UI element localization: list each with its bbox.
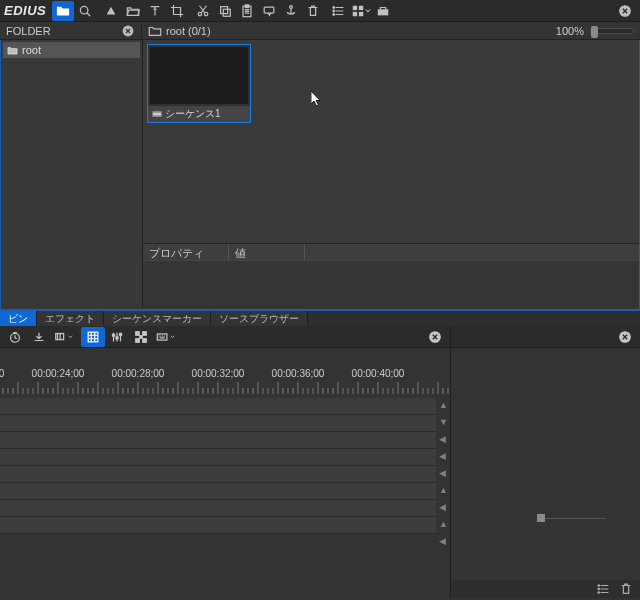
track-marker[interactable]: ▲ xyxy=(439,400,448,410)
side-slider-track[interactable] xyxy=(541,518,606,519)
svg-point-10 xyxy=(333,6,335,8)
cut-icon[interactable] xyxy=(192,1,214,21)
prop-col-rest xyxy=(305,244,639,260)
side-panel-body[interactable] xyxy=(451,348,640,578)
panel-close-icon[interactable] xyxy=(614,1,636,21)
tool-pointer-icon[interactable] xyxy=(100,1,122,21)
timeline-track[interactable] xyxy=(0,432,450,449)
footer-trash-icon[interactable] xyxy=(618,582,634,596)
pane-tab[interactable]: シーケンスマーカー xyxy=(104,311,211,326)
bin-path-bar[interactable]: root (0/1) xyxy=(142,24,550,38)
pane-tab[interactable]: エフェクト xyxy=(37,311,104,326)
search-icon[interactable] xyxy=(74,1,96,21)
timeline-track[interactable] xyxy=(0,466,450,483)
text-tool-icon[interactable] xyxy=(144,1,166,21)
paste-icon[interactable] xyxy=(236,1,258,21)
side-slider-knob[interactable] xyxy=(537,514,545,522)
properties-body[interactable] xyxy=(143,261,639,309)
timeline-track[interactable] xyxy=(0,449,450,466)
bin-path-label: root (0/1) xyxy=(166,25,211,37)
svg-rect-34 xyxy=(157,333,167,339)
svg-rect-31 xyxy=(136,338,140,342)
anchor-down-icon[interactable] xyxy=(280,1,302,21)
zoom-slider[interactable] xyxy=(590,28,634,34)
folder-header-cell: FOLDER xyxy=(0,24,142,38)
svg-rect-26 xyxy=(112,334,114,336)
svg-point-12 xyxy=(333,13,335,15)
timeline-track[interactable] xyxy=(0,398,450,415)
side-panel xyxy=(450,326,640,598)
svg-rect-29 xyxy=(136,331,140,335)
track-marker[interactable]: ▼ xyxy=(439,417,448,427)
timeline-panel: 00:00:20;0000:00:24;0000:00:28;0000:00:3… xyxy=(0,326,450,598)
list-icon[interactable] xyxy=(328,1,350,21)
folder-close-icon[interactable] xyxy=(121,24,135,38)
fx-grid-icon[interactable] xyxy=(129,327,153,347)
track-marker[interactable]: ▲ xyxy=(439,485,448,495)
svg-point-11 xyxy=(333,10,335,12)
crop-icon[interactable] xyxy=(166,1,188,21)
svg-point-3 xyxy=(205,12,209,16)
svg-point-2 xyxy=(198,12,202,16)
copy-icon[interactable] xyxy=(214,1,236,21)
download-icon[interactable] xyxy=(27,327,51,347)
svg-rect-17 xyxy=(378,9,389,15)
top-toolbar: EDIUS xyxy=(0,0,640,22)
tooltip-icon[interactable] xyxy=(258,1,280,21)
svg-point-38 xyxy=(598,588,599,589)
clip-mode-icon[interactable] xyxy=(51,327,75,347)
prop-col-name[interactable]: プロパティ xyxy=(143,244,229,260)
side-panel-toolbar xyxy=(451,326,640,348)
timeline-track[interactable] xyxy=(0,517,450,534)
svg-point-39 xyxy=(598,592,599,593)
folder-small-icon xyxy=(148,24,162,38)
timeline-track[interactable] xyxy=(0,500,450,517)
pane-tab[interactable]: ソースブラウザー xyxy=(211,311,308,326)
timeline-ruler[interactable]: 00:00:20;0000:00:24;0000:00:28;0000:00:3… xyxy=(0,368,450,398)
ruler-ticks xyxy=(0,382,450,398)
svg-rect-15 xyxy=(353,11,357,15)
pane-tab[interactable]: ビン xyxy=(0,311,37,326)
tree-root-item[interactable]: root xyxy=(3,42,140,58)
clip-grid[interactable]: シーケンス1 xyxy=(143,40,639,243)
toolbox-icon[interactable] xyxy=(372,1,394,21)
svg-rect-25 xyxy=(88,332,98,342)
svg-rect-8 xyxy=(264,7,274,13)
track-expand-markers[interactable]: ▲▼◀◀◀▲◀▲◀ xyxy=(436,398,450,598)
track-marker[interactable]: ◀ xyxy=(439,451,446,461)
side-panel-close-icon[interactable] xyxy=(613,327,637,347)
svg-point-33 xyxy=(140,335,143,338)
lower-panes: 00:00:20;0000:00:24;0000:00:28;0000:00:3… xyxy=(0,326,640,598)
timeline-tracks[interactable]: ▲▼◀◀◀▲◀▲◀ xyxy=(0,398,450,598)
svg-rect-4 xyxy=(221,6,228,13)
timeline-track[interactable] xyxy=(0,415,450,432)
folder-tree[interactable]: root xyxy=(1,40,143,309)
bin-right-pane: シーケンス1 プロパティ 値 xyxy=(143,40,639,309)
track-marker[interactable]: ◀ xyxy=(439,434,446,444)
track-marker[interactable]: ◀ xyxy=(439,468,446,478)
keyboard-icon[interactable] xyxy=(153,327,177,347)
timeline-panel-close-icon[interactable] xyxy=(423,327,447,347)
svg-point-0 xyxy=(81,6,89,14)
svg-rect-32 xyxy=(143,338,147,342)
timeline-track[interactable] xyxy=(0,483,450,500)
folder-icon[interactable] xyxy=(52,1,74,21)
prop-col-value[interactable]: 値 xyxy=(229,244,305,260)
grid-view-icon[interactable] xyxy=(350,1,372,21)
track-marker[interactable]: ◀ xyxy=(439,536,446,546)
footer-list-icon[interactable] xyxy=(596,582,612,596)
mouse-cursor xyxy=(311,91,323,109)
svg-rect-16 xyxy=(359,11,363,15)
mixer-icon[interactable] xyxy=(105,327,129,347)
clip-label-row: シーケンス1 xyxy=(148,106,250,122)
track-marker[interactable]: ◀ xyxy=(439,502,446,512)
properties-header: プロパティ 値 xyxy=(143,243,639,261)
open-folder-icon[interactable] xyxy=(122,1,144,21)
trash-icon[interactable] xyxy=(302,1,324,21)
clip-thumbnail xyxy=(150,47,248,104)
timeline-toolbar xyxy=(0,326,450,348)
clock-icon[interactable] xyxy=(3,327,27,347)
snap-icon[interactable] xyxy=(81,327,105,347)
clip-item[interactable]: シーケンス1 xyxy=(147,44,251,123)
track-marker[interactable]: ▲ xyxy=(439,519,448,529)
